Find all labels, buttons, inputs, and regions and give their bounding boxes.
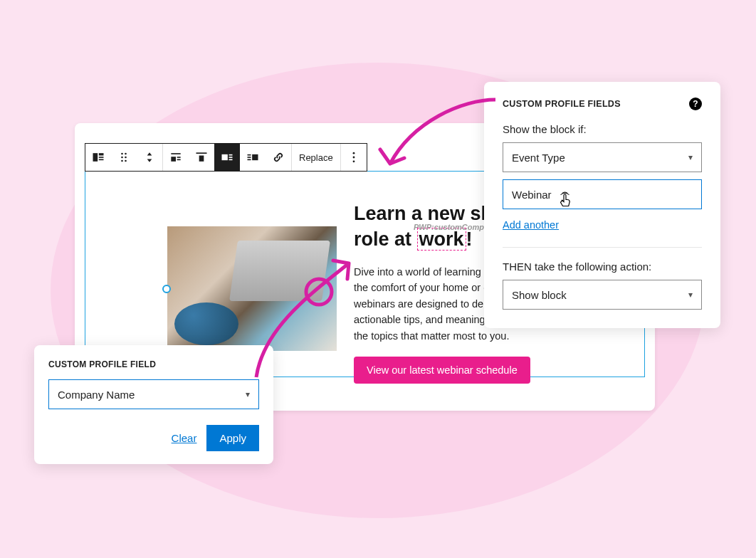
panel-divider — [503, 247, 702, 248]
condition-field-select[interactable]: Event Type ▾ — [503, 142, 702, 172]
svg-point-4 — [121, 153, 123, 155]
svg-rect-24 — [252, 154, 258, 160]
svg-rect-17 — [222, 154, 228, 160]
svg-rect-1 — [99, 153, 104, 155]
replace-button[interactable]: Replace — [292, 144, 340, 171]
svg-point-7 — [125, 157, 127, 159]
svg-rect-19 — [229, 157, 233, 158]
image-resize-handle[interactable] — [162, 285, 171, 293]
svg-rect-0 — [93, 153, 98, 162]
clear-button[interactable]: Clear — [172, 432, 197, 444]
block-image-wrap — [167, 226, 337, 351]
svg-rect-22 — [248, 157, 251, 158]
drag-handle-button[interactable] — [111, 144, 137, 171]
svg-rect-14 — [196, 152, 207, 154]
apply-button[interactable]: Apply — [206, 425, 259, 451]
profile-field-select[interactable]: Company Name ▾ — [48, 379, 259, 409]
popup-right-title: CUSTOM PROFILE FIELDS — [503, 99, 621, 109]
chevron-down-icon: ▾ — [688, 152, 693, 162]
then-label: THEN take the following action: — [503, 260, 702, 273]
svg-rect-20 — [229, 159, 233, 161]
svg-point-5 — [125, 153, 127, 155]
align-right-button[interactable] — [240, 144, 266, 171]
show-if-label: Show the block if: — [503, 123, 702, 135]
custom-profile-fields-panel: CUSTOM PROFILE FIELDS ? Show the block i… — [484, 82, 720, 328]
chevron-down-icon: ▾ — [688, 290, 693, 300]
svg-rect-2 — [99, 157, 104, 158]
block-toolbar: Replace — [85, 143, 367, 172]
svg-rect-10 — [171, 153, 180, 154]
cta-button[interactable]: View our latest webinar schedule — [354, 357, 530, 384]
svg-rect-3 — [99, 159, 104, 161]
action-select[interactable]: Show block ▾ — [503, 280, 702, 310]
pointer-cursor-icon — [557, 191, 574, 210]
action-selected: Show block — [512, 289, 567, 301]
condition-value-text: Webinar — [512, 189, 552, 201]
profile-field-selected: Company Name — [58, 389, 135, 401]
svg-point-9 — [125, 160, 127, 162]
move-updown-button[interactable] — [137, 144, 162, 171]
svg-rect-13 — [177, 159, 181, 161]
chevron-down-icon: ▾ — [246, 389, 250, 399]
add-another-link[interactable]: Add another — [503, 219, 559, 231]
svg-rect-15 — [199, 156, 204, 162]
help-icon[interactable]: ? — [689, 98, 702, 110]
condition-value-input[interactable]: Webinar — [503, 179, 702, 209]
popup-left-title: CUSTOM PROFILE FIELD — [48, 359, 259, 369]
svg-point-6 — [121, 157, 123, 159]
svg-point-26 — [352, 157, 355, 159]
svg-point-8 — [121, 160, 123, 162]
align-left-button[interactable] — [189, 144, 214, 171]
condition-field-value: Event Type — [512, 152, 565, 164]
merge-field-highlight[interactable]: work — [417, 228, 466, 251]
custom-profile-field-popup: CUSTOM PROFILE FIELD Company Name ▾ Clea… — [34, 345, 273, 464]
svg-rect-18 — [229, 154, 233, 156]
svg-rect-12 — [177, 157, 181, 158]
link-button[interactable] — [266, 144, 291, 171]
block-image[interactable] — [167, 226, 337, 351]
more-options-button[interactable] — [341, 144, 367, 171]
svg-rect-23 — [248, 159, 251, 161]
svg-point-25 — [352, 152, 355, 154]
align-center-button[interactable] — [214, 144, 240, 171]
heading-suffix: ! — [466, 228, 473, 250]
svg-rect-11 — [171, 157, 176, 162]
align-none-button[interactable] — [163, 144, 189, 171]
block-type-button[interactable] — [85, 144, 111, 171]
svg-point-27 — [352, 160, 355, 162]
svg-rect-21 — [248, 154, 251, 156]
